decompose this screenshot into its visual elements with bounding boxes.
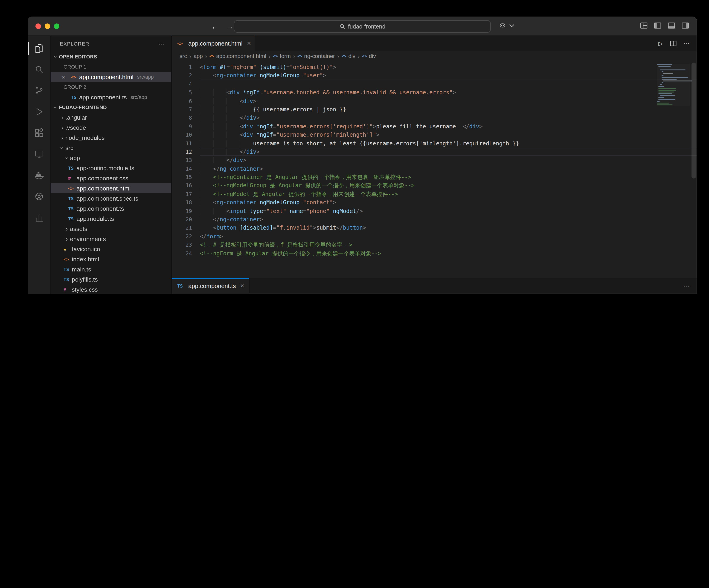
tree-item-polyfills-ts[interactable]: TSpolyfills.ts [51,274,171,284]
activity-source-control[interactable] [28,80,50,101]
split-editor-icon[interactable] [670,40,677,47]
minimap-line [658,90,676,91]
breadcrumb-label: form [280,53,291,59]
html-file-icon: <> [209,54,214,58]
line-number: 14 [172,165,192,173]
toggle-panel-icon[interactable] [667,22,675,29]
editor-tab-app-component-html[interactable]: <>app.component.html× [172,36,256,51]
tree-item-app-module-ts[interactable]: TSapp.module.ts [51,214,171,224]
activity-chart[interactable] [28,207,50,228]
code-line: 19 <input type="text" name="phone" ngMod… [172,207,697,215]
breadcrumb-label: app.component.html [216,53,266,59]
file-icon-ts: TS [177,283,186,288]
activity-bar [28,36,51,294]
breadcrumb-label: div [369,53,376,59]
breadcrumb-item-app-component-html[interactable]: <>app.component.html [209,53,266,59]
activity-remote-explorer[interactable] [28,144,50,165]
source-control-icon [34,86,44,96]
code-content: <div *ngIf="username.touched && username… [200,88,697,97]
tree-label: app.component.css [76,175,128,181]
code-content: <form #f="ngForm" (submit)="onSubmit(f)"… [200,63,697,72]
more-actions-icon[interactable]: ⋯ [159,40,165,47]
tree-item-app-component-html[interactable]: <>app.component.html [51,183,171,193]
tree-label: main.ts [72,266,91,273]
line-number: 9 [172,122,192,131]
breadcrumb-item-div[interactable]: <>div [362,53,376,59]
line-number: 23 [172,241,192,249]
back-icon[interactable]: ← [211,22,218,30]
tree-item-index-html[interactable]: <>index.html [51,254,171,264]
activity-extensions[interactable] [28,122,50,144]
activity-explorer[interactable] [28,38,50,59]
chevron-right-icon: › [59,134,65,141]
tree-item-angular[interactable]: ›.angular [51,112,171,122]
breadcrumb-label: ng-container [304,53,335,59]
breadcrumb-item-ng-container[interactable]: <>ng-container [297,53,335,59]
customize-layout-icon[interactable] [640,22,648,29]
minimap[interactable] [657,64,690,106]
activity-search[interactable] [28,59,50,80]
breadcrumbs: src›app›<>app.component.html›<>form›<>ng… [172,51,697,62]
chevron-right-icon: › [63,225,70,232]
tree-item-main-ts[interactable]: TSmain.ts [51,264,171,274]
open-editor-label: app.component.html [79,74,133,80]
tree-label: environments [70,235,106,242]
close-editor-icon[interactable]: × [62,74,65,80]
line-number: 1 [172,63,192,72]
more-actions-icon[interactable]: ⋯ [684,282,690,289]
open-editor-app-component-ts[interactable]: TSapp.component.tssrc/app [51,92,171,102]
tree-item-app-component-ts[interactable]: TSapp.component.ts [51,203,171,214]
line-number: 12 [172,148,192,156]
tab-bar: <>app.component.html×▷⋯ [172,36,697,51]
breadcrumb-item-app[interactable]: app [193,53,203,59]
code-area[interactable]: 1<form #f="ngForm" (submit)="onSubmit(f)… [172,62,697,278]
line-number: 11 [172,139,192,148]
tree-item-app-component-css[interactable]: #app.component.css [51,173,171,183]
tree-item-app-component-spec-ts[interactable]: TSapp.component.spec.ts [51,193,171,203]
title-bar: ← → fudao-frontend [28,17,697,36]
explorer-icon [34,43,44,53]
activity-kubernetes[interactable] [28,186,50,207]
breadcrumb-item-src[interactable]: src [180,53,187,59]
editor-tab-app-component-ts[interactable]: TSapp.component.ts× [172,278,249,293]
toggle-secondary-sidebar-icon[interactable] [681,22,689,29]
tree-item-favicon-ico[interactable]: ★favicon.ico [51,244,171,254]
minimap-line [660,95,675,96]
tree-item-node-modules[interactable]: ›node_modules [51,133,171,143]
run-debug-icon [34,107,44,117]
code-content: <input type="text" name="phone" ngModel/… [200,207,697,215]
activity-docker[interactable] [28,165,50,186]
more-actions-icon[interactable]: ⋯ [684,40,690,47]
code-line: 10 <div *ngIf="username.errors['minlengt… [172,131,697,139]
tree-item-assets[interactable]: ›assets [51,224,171,234]
open-editor-app-component-html[interactable]: ×<>app.component.htmlsrc/app [51,72,171,82]
workbench: EXPLORER ⋯ › OPEN EDITORS GROUP 1×<>app.… [28,36,697,294]
toggle-primary-sidebar-icon[interactable] [654,22,662,29]
run-preview-icon[interactable]: ▷ [658,40,663,47]
breadcrumb-item-form[interactable]: <>form [273,53,291,59]
tree-item-vscode[interactable]: ›.vscode [51,122,171,133]
zoom-window-button[interactable] [54,24,59,29]
code-content: <!--# 是模板引用变量的前缀，f 是模板引用变量的名字--> [200,241,697,249]
command-center[interactable]: fudao-frontend [234,20,491,33]
tree-item-app[interactable]: ›app [51,153,171,163]
tree-item-environments[interactable]: ›environments [51,234,171,244]
breadcrumb-separator: › [293,53,295,60]
close-tab-icon[interactable]: × [247,39,251,47]
close-tab-icon[interactable]: × [240,282,244,289]
file-icon-ts: TS [68,196,76,201]
tree-item-app-routing-module-ts[interactable]: TSapp-routing.module.ts [51,163,171,173]
tree-item-src[interactable]: ›src [51,143,171,153]
open-editors-section-header[interactable]: › OPEN EDITORS [51,52,171,62]
minimap-line [658,88,676,89]
breadcrumb-item-div[interactable]: <>div [341,53,355,59]
code-content: <ng-container ngModelGroup="contact"> [200,199,697,207]
forward-icon[interactable]: → [227,22,233,30]
activity-run-debug[interactable] [28,101,50,122]
workspace-section-header[interactable]: › FUDAO-FRONTEND [51,102,171,112]
tree-item-styles-css[interactable]: #styles.css [51,284,171,294]
close-window-button[interactable] [35,24,41,29]
minimize-window-button[interactable] [45,24,50,29]
copilot-menu[interactable] [499,22,516,29]
scrollbar-thumb[interactable] [691,62,696,178]
